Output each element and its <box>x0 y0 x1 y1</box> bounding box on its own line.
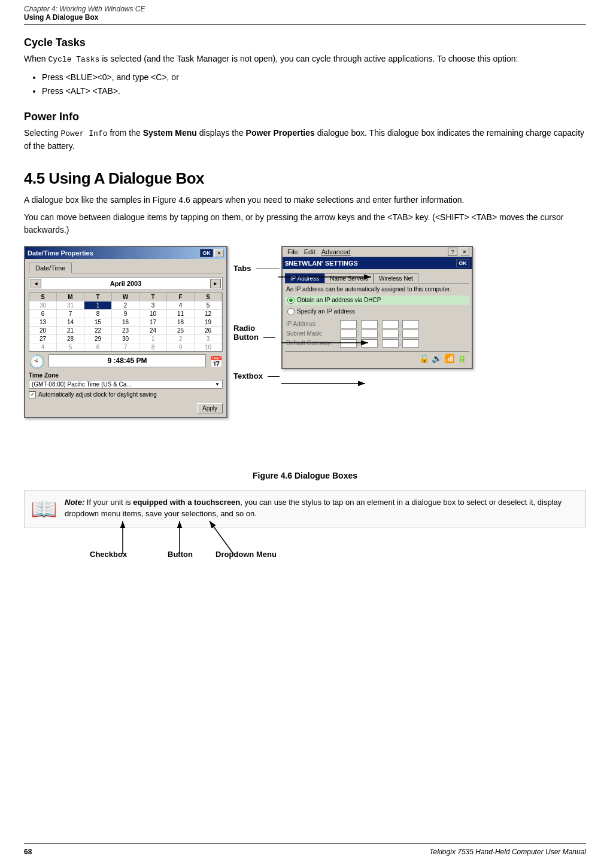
subnet-octet-4[interactable] <box>402 330 419 338</box>
svg-text:Checkbox: Checkbox <box>90 550 128 559</box>
dhcp-radio[interactable]: Obtain an IP address via DHCP <box>285 296 469 305</box>
titlebar-buttons: OK × <box>200 249 224 257</box>
network-dialog[interactable]: File Edit Advanced ? × $NETWLAN' SETTING… <box>281 246 473 369</box>
close-button[interactable]: × <box>214 249 224 257</box>
using-dialogue-para2: You can move between dialogue items by t… <box>24 211 586 236</box>
timezone-dropdown[interactable]: (GMT-08:00) Pacific Time (US & Ca... ▼ <box>29 380 223 389</box>
dropdown-arrow-icon: ▼ <box>215 382 220 387</box>
timezone-section: Time Zone (GMT-08:00) Pacific Time (US &… <box>29 372 223 413</box>
battery-icon: 🔋 <box>457 354 467 363</box>
cycle-tasks-code: Cycle Tasks <box>48 55 99 64</box>
datetime-dialog[interactable]: Date/Time Properties OK × Date/Time ◄ Ap… <box>24 246 227 418</box>
using-dialogue-para1: A dialogue box like the samples in Figur… <box>24 194 586 206</box>
radio-filled-indicator <box>289 299 293 302</box>
figure-area: Date/Time Properties OK × Date/Time ◄ Ap… <box>24 246 586 466</box>
gateway-octet-2[interactable] <box>361 339 378 348</box>
calendar-grid: S M T W T F S 30 31 1 <box>29 293 223 352</box>
dhcp-radio-circle <box>287 297 295 304</box>
subnet-mask-row: Subnet Mask: . . . <box>285 330 469 338</box>
network-ok-btn[interactable]: OK <box>456 259 469 267</box>
timezone-label: Time Zone <box>29 372 223 379</box>
figure-caption: Figure 4.6 Dialogue Boxes <box>24 471 586 480</box>
ip-octet-3[interactable] <box>382 320 399 328</box>
cal-week-4: 20 21 22 23 24 25 26 <box>29 326 222 334</box>
note-content: Note: If your unit is equipped with a to… <box>65 497 579 520</box>
next-month-btn[interactable]: ► <box>210 279 221 288</box>
cycle-tasks-text2: is selected (and the Task Manager is not… <box>99 54 518 63</box>
selected-day[interactable]: 1 <box>84 301 112 309</box>
gateway-octet-3[interactable] <box>382 339 399 348</box>
note-text-before: If your unit is <box>87 498 133 507</box>
daylight-checkbox[interactable]: ✓ <box>29 391 36 398</box>
network-title-row: $NETWLAN' SETTINGS OK <box>283 257 472 269</box>
menu-edit[interactable]: Edit <box>302 248 318 256</box>
network-bottom-bar: 🔒 🔊 📶 🔋 <box>285 351 469 366</box>
bullet-item-2: Press <ALT> <TAB>. <box>42 84 586 99</box>
network-description: An IP address can be automatically assig… <box>285 285 469 293</box>
specify-radio[interactable]: Specify an IP address <box>285 307 469 316</box>
cal-week-2: 6 7 8 9 10 11 12 <box>29 309 222 318</box>
figure-inner: Date/Time Properties OK × Date/Time ◄ Ap… <box>24 246 586 448</box>
network-icon: 📶 <box>444 354 454 363</box>
ip-address-input[interactable]: . . . <box>340 320 419 328</box>
gateway-octet-1[interactable] <box>340 339 357 348</box>
dhcp-label: Obtain an IP address via DHCP <box>297 297 381 303</box>
bullet-item-1: Press <BLUE><0>, and type <C>, or <box>42 71 586 85</box>
power-info-body: Selecting Power Info from the System Men… <box>24 127 586 153</box>
specify-radio-circle <box>287 308 295 315</box>
right-column: Tabs RadioButton Textbox File <box>233 246 586 369</box>
prev-month-btn[interactable]: ◄ <box>31 279 41 288</box>
calendar-icon: 📅 <box>210 355 223 368</box>
ok-button[interactable]: OK <box>200 249 213 257</box>
page-footer: 68 Teklogix 7535 Hand-Held Computer User… <box>24 843 586 856</box>
time-row: 🕙 9 :48:45 PM 📅 <box>29 354 223 370</box>
tab-bar: Date/Time <box>29 263 223 273</box>
header-chapter: Chapter 4: Working With Windows CE <box>24 5 586 13</box>
subnet-mask-label: Subnet Mask: <box>286 330 340 337</box>
using-dialogue-heading: 4.5 Using A Dialogue Box <box>24 169 586 188</box>
ip-address-tab[interactable]: IP Address <box>285 273 324 283</box>
clock-icon: 🕙 <box>29 354 45 370</box>
default-gateway-label: Default Gateway: <box>286 340 340 346</box>
apply-row: Apply <box>29 401 223 413</box>
gateway-octet-4[interactable] <box>402 339 419 348</box>
ip-octet-4[interactable] <box>402 320 419 328</box>
cycle-tasks-body: When Cycle Tasks is selected (and the Ta… <box>24 53 586 66</box>
subnet-octet-2[interactable] <box>361 330 378 338</box>
subnet-octet-1[interactable] <box>340 330 357 338</box>
page-container: Chapter 4: Working With Windows CE Using… <box>0 0 610 868</box>
tabs-label: Tabs <box>233 264 280 273</box>
datetime-titlebar: Date/Time Properties OK × <box>25 247 226 259</box>
help-button[interactable]: ? <box>448 248 457 256</box>
ip-octet-1[interactable] <box>340 320 357 328</box>
apply-button[interactable]: Apply <box>197 403 223 413</box>
ip-octet-2[interactable] <box>361 320 378 328</box>
cal-week-5: 27 28 29 30 1 2 3 <box>29 334 222 343</box>
cycle-tasks-title: Cycle Tasks <box>24 36 586 49</box>
subnet-mask-input[interactable]: . . . <box>340 330 419 338</box>
subnet-octet-3[interactable] <box>382 330 399 338</box>
textbox-label: Textbox <box>233 371 280 380</box>
book-icon: 📖 <box>31 497 57 522</box>
calendar-nav: ◄ April 2003 ► <box>29 277 223 290</box>
svg-text:Dropdown  Menu: Dropdown Menu <box>216 550 277 559</box>
lock-icon: 🔒 <box>419 354 429 363</box>
default-gateway-row: Default Gateway: . . . <box>285 339 469 348</box>
checkbox-row: ✓ Automatically adjust clock for dayligh… <box>29 391 223 398</box>
wireless-net-tab[interactable]: Wireless Net <box>374 273 418 283</box>
cycle-tasks-text1: When <box>24 54 48 63</box>
datetime-tab[interactable]: Date/Time <box>29 263 72 273</box>
ip-address-row: IP Address: . . . <box>285 320 469 328</box>
name-servers-tab[interactable]: Name Servers <box>324 273 374 283</box>
menu-advanced[interactable]: Advanced <box>319 248 353 256</box>
time-display[interactable]: 9 :48:45 PM <box>48 354 206 367</box>
figure-label-spacer <box>24 448 586 466</box>
menu-file[interactable]: File <box>285 248 301 256</box>
default-gateway-input[interactable]: . . . <box>340 339 419 348</box>
checkbox-label: Automatically adjust clock for daylight … <box>38 391 157 398</box>
note-label: Note: <box>65 498 84 507</box>
network-tab-row: IP Address Name Servers Wireless Net <box>285 273 469 284</box>
cycle-tasks-list: Press <BLUE><0>, and type <C>, or Press … <box>42 71 586 99</box>
network-close-btn[interactable]: × <box>460 248 469 256</box>
speaker-icon: 🔊 <box>432 354 442 363</box>
